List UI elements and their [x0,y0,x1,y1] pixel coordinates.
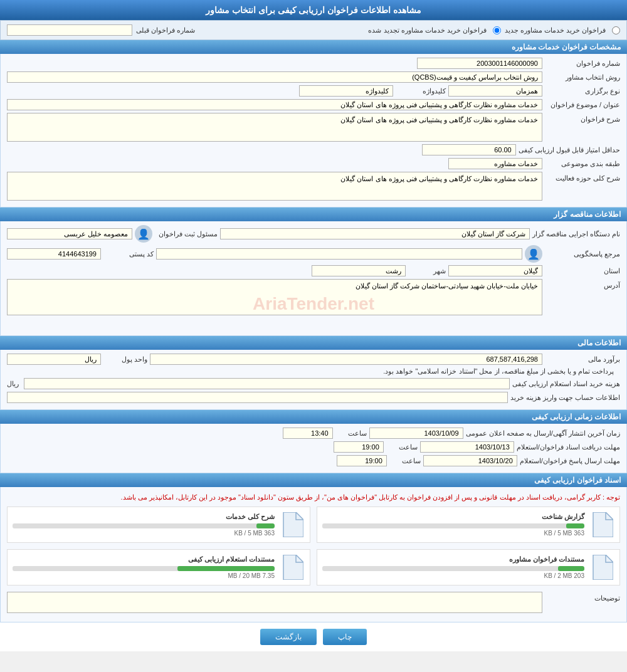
city-label: شهر [408,267,446,275]
response-row: مرجع پاسخگویی 👤 کد پستی [7,245,620,263]
financial-header: اطلاعات مالی [0,336,627,350]
progress-bar-container-1 [322,523,584,528]
contact-input[interactable] [7,228,132,239]
file-name-4: مستندات استعلام ارزیابی کیفی [13,555,275,564]
province-row: استان شهر [7,265,620,276]
publish-date-input[interactable] [369,428,463,439]
province-input[interactable] [448,265,542,276]
button-row: چاپ بازگشت [0,622,627,651]
response-date-input[interactable] [423,455,517,466]
progress-bar-container-3 [322,566,584,571]
radio-new-tender[interactable] [612,26,620,34]
min-score-row: حداقل امتیاز قابل قبول ارزیابی کیفی [7,144,620,155]
response-avatar-icon: 👤 [525,245,542,263]
page-title: مشاهده اطلاعات فراخوان ارزیابی کیفی برای… [0,0,627,20]
activity-desc-row: شرح کلی حوزه فعالیت خدمات مشاوره نظارت ک… [7,172,620,201]
file-name-2: شرح کلی خدمات [13,513,275,521]
receive-time-input[interactable] [334,441,384,453]
title-input[interactable] [7,99,542,110]
progress-bar-4 [177,566,275,571]
back-button[interactable]: بازگشت [260,629,317,645]
selection-method-label: روش انتخاب مشاور [545,73,620,81]
account-row: اطلاعات حساب جهت واریز هزینه خرید [7,392,620,403]
contact-avatar-icon: 👤 [135,225,152,243]
event-type-row: نوع برگزاری کلیدواژه [7,85,620,97]
fee-unit: ریال [7,380,21,388]
radio-new-label: فراخوان خرید خدمات مشاوره جدید [505,26,606,34]
account-label: اطلاعات حساب جهت واریز هزینه خرید [510,394,620,402]
contact-label: مسئول ثبت فراخوان [155,230,218,238]
event-type-label: نوع برگزاری [545,87,620,95]
progress-bar-2 [256,523,275,528]
description-textarea[interactable]: خدمات مشاوره نظارت کارگاهی و پشتیبانی فن… [7,113,542,142]
keyword-input[interactable] [299,85,393,97]
response-input[interactable] [156,248,522,260]
payment-note-row: پرداخت تمام و یا بخشی از مبلغ مناقصه، از… [7,367,620,375]
progress-bar-container-2 [13,523,275,528]
response-time-input[interactable] [337,455,387,466]
city-input[interactable] [312,265,406,276]
progress-bar-3 [558,566,584,571]
category-row: طبقه بندی موضوعی [7,158,620,169]
account-input[interactable] [7,392,508,403]
response-time-row: مهلت ارسال پاسخ فراخوان/استعلام ساعت [7,455,620,466]
prev-number-label: شماره فراخوان قبلی [136,26,195,34]
title-row: عنوان / موضوع فراخوان [7,99,620,110]
tender-number-input[interactable] [417,58,542,69]
desc-textarea[interactable] [7,592,542,613]
receive-time-label: ساعت [386,443,418,451]
desc-label: توضیحات [545,592,620,602]
event-type-input[interactable] [448,85,542,97]
radio-renewed-label: فراخوان خرید خدمات مشاوره تجدید شده [368,26,486,34]
category-input[interactable] [448,158,542,169]
currency-label: واحد پول [103,355,147,364]
postal-code-input[interactable] [7,248,101,260]
publish-row: زمان آخرین انتشار آگهی/ارسال به صفحه اعل… [7,428,620,439]
file-size-1: 363 KB / 5 MB [322,530,584,537]
file-grid: گزارش شناخت 363 KB / 5 MB شرح کلی خدمات [7,507,620,585]
activity-desc-textarea[interactable]: خدمات مشاوره نظارت کارگاهی و پشتیبانی فن… [7,172,542,201]
top-bar-left: شماره فراخوان قبلی [7,24,195,36]
file-card-2: شرح کلی خدمات 363 KB / 5 MB [7,507,310,543]
postal-code-label: کد پستی [103,250,154,258]
receive-label: مهلت دریافت اسناد فراخوان/استعلام [517,443,620,451]
selection-method-row: روش انتخاب مشاور [7,71,620,83]
receive-date-input[interactable] [420,441,514,453]
prev-number-input[interactable] [7,24,132,36]
file-name-3: مستندات فراخوان مشاوره [322,555,584,564]
print-button[interactable]: چاپ [323,629,367,645]
org-name-input[interactable] [220,228,530,239]
currency-input[interactable] [7,354,101,365]
response-time-label: مهلت ارسال پاسخ فراخوان/استعلام [520,457,620,465]
address-row: آدرس خیابان ملت-خیابان شهید سیادتی-ساختم… [7,279,620,329]
budget-input[interactable] [150,354,542,365]
budget-label: برآورد مالی [545,355,620,364]
radio-renewed-tender[interactable] [493,26,501,34]
top-bar-right: فراخوان خرید خدمات مشاوره جدید فراخوان خ… [368,26,620,34]
file-info-4: مستندات استعلام ارزیابی کیفی 7.35 MB / 2… [13,555,275,579]
desc-area: توضیحات [7,592,620,613]
address-textarea[interactable]: خیابان ملت-خیابان شهید سیادتی-ساختمان شر… [7,279,542,315]
file-name-1: گزارش شناخت [322,513,584,521]
file-icon-3 [589,555,614,580]
financial-body: برآورد مالی واحد پول پرداخت تمام و یا بخ… [0,350,627,410]
min-score-input[interactable] [422,144,516,155]
org-name-row: نام دستگاه اجرایی مناقصه گزار مسئول ثبت … [7,225,620,243]
documents-body: توجه : کاربر گرامی، دریافت اسناد در مهلت… [0,487,627,622]
fee-input[interactable] [24,378,510,389]
file-size-4: 7.35 MB / 20 MB [13,572,275,579]
documents-header: اسناد فراخوان ارزیابی کیفی [0,473,627,487]
receive-row: مهلت دریافت اسناد فراخوان/استعلام ساعت [7,441,620,453]
contractor-header: اطلاعات مناقصه گزار [0,207,627,221]
publish-time-input[interactable] [283,428,333,439]
description-label: شرح فراخوان [545,113,620,123]
tender-number-row: شماره فراخوان [7,58,620,69]
file-info-3: مستندات فراخوان مشاوره 203 KB / 2 MB [322,555,584,579]
selection-method-input[interactable] [7,71,542,83]
file-icon-4 [280,555,305,580]
file-icon-2 [280,512,305,537]
activity-desc-label: شرح کلی حوزه فعالیت [545,172,620,182]
keyword-label: کلیدواژه [396,87,446,95]
file-info-2: شرح کلی خدمات 363 KB / 5 MB [13,513,275,537]
timing-header: اطلاعات زمانی ارزیابی کیفی [0,410,627,424]
